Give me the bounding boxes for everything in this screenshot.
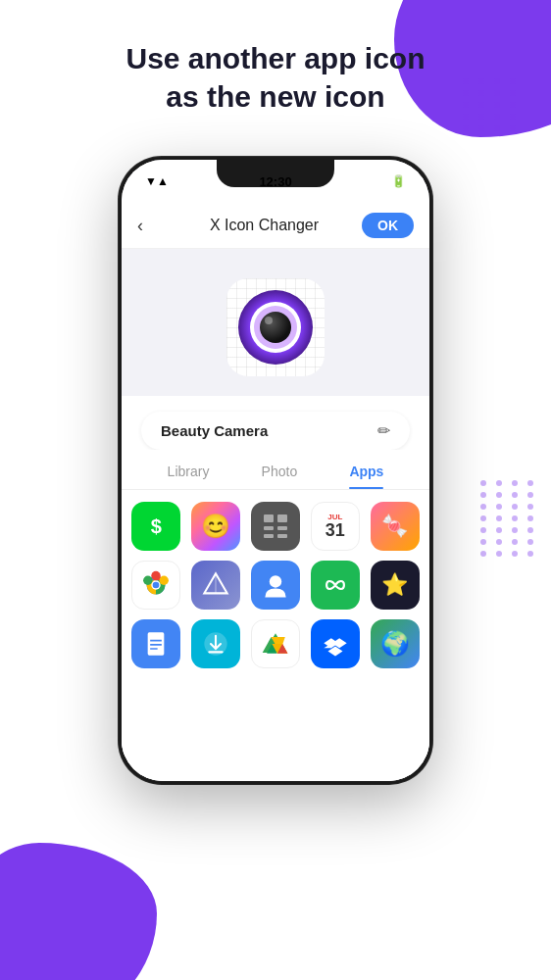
app-icon-dropbox xyxy=(311,619,360,668)
svg-rect-9 xyxy=(264,534,274,538)
list-item[interactable] xyxy=(251,561,301,610)
svg-point-14 xyxy=(152,571,161,580)
phone-mockup: ▼▲ 12:30 🔋 ‹ X Icon Changer OK xyxy=(119,157,432,784)
app-icon-prism xyxy=(191,561,240,610)
list-item[interactable]: 🌍 xyxy=(370,619,420,668)
battery-icon: 🔋 xyxy=(391,174,406,188)
list-item[interactable] xyxy=(251,619,301,668)
tabs-container: Library Photo Apps xyxy=(122,450,429,490)
svg-rect-10 xyxy=(277,534,287,538)
page-title: Use another app icon as the new icon xyxy=(39,39,512,116)
chrome-svg xyxy=(139,568,173,602)
app-icon-contacts xyxy=(251,561,300,610)
nav-title: X Icon Changer xyxy=(210,217,319,234)
drive-svg xyxy=(260,628,291,660)
downloader-svg xyxy=(201,629,230,659)
svg-point-3 xyxy=(260,312,291,343)
app-icon-docs xyxy=(131,619,180,668)
app-icon-candy: 🍬 xyxy=(371,502,420,551)
ok-button[interactable]: OK xyxy=(362,213,414,238)
icon-preview-box xyxy=(226,278,325,376)
svg-point-4 xyxy=(265,317,273,324)
app-icon-calendar: JUL 31 xyxy=(311,502,360,551)
edit-icon[interactable]: ✏ xyxy=(377,421,390,440)
svg-point-15 xyxy=(160,576,169,585)
svg-point-19 xyxy=(270,575,281,587)
app-icon-cashapp: $ xyxy=(131,502,180,551)
back-button[interactable]: ‹ xyxy=(137,216,167,236)
list-item[interactable]: $ xyxy=(131,502,181,551)
app-icon-bitmoji: 😊 xyxy=(191,502,240,551)
list-item[interactable]: ⭐ xyxy=(370,561,420,610)
svg-point-16 xyxy=(143,576,152,585)
app-icon-calc xyxy=(251,502,300,551)
tab-photo[interactable]: Photo xyxy=(262,464,298,489)
list-item[interactable] xyxy=(191,619,241,668)
status-time: 12:30 xyxy=(259,174,291,189)
tab-apps[interactable]: Apps xyxy=(349,464,383,489)
list-item[interactable] xyxy=(131,561,181,610)
beauty-camera-icon xyxy=(236,288,315,367)
contacts-svg xyxy=(260,569,291,601)
list-item[interactable] xyxy=(310,619,360,668)
app-icon-downloader xyxy=(191,619,240,668)
anagram-svg xyxy=(320,569,351,601)
svg-rect-7 xyxy=(264,526,274,530)
list-item[interactable] xyxy=(131,619,181,668)
list-item[interactable]: JUL 31 xyxy=(310,502,360,551)
tab-library[interactable]: Library xyxy=(168,464,210,489)
calc-svg xyxy=(258,509,293,544)
list-item[interactable]: 😊 xyxy=(191,502,241,551)
svg-point-13 xyxy=(153,582,160,589)
right-side-dots xyxy=(480,480,539,598)
app-name-text: Beauty Camera xyxy=(161,422,268,439)
bg-blob-bottom-left xyxy=(0,843,157,980)
dropbox-svg xyxy=(321,629,350,659)
app-name-bar: Beauty Camera ✏ xyxy=(141,412,410,450)
svg-rect-8 xyxy=(277,526,287,530)
svg-rect-6 xyxy=(277,514,287,522)
status-bar: ▼▲ 12:30 🔋 xyxy=(122,160,429,203)
list-item[interactable] xyxy=(191,561,241,610)
app-content: ‹ X Icon Changer OK xyxy=(122,203,429,781)
app-icon-star: ⭐ xyxy=(371,561,420,610)
phone-screen: ▼▲ 12:30 🔋 ‹ X Icon Changer OK xyxy=(122,160,429,781)
list-item[interactable] xyxy=(310,561,360,610)
app-icon-anagram xyxy=(311,561,360,610)
status-left: ▼▲ xyxy=(145,174,169,188)
svg-rect-5 xyxy=(264,514,274,522)
apps-grid: $ 😊 xyxy=(122,490,429,781)
wifi-icon: ▼▲ xyxy=(145,174,169,188)
phone-frame: ▼▲ 12:30 🔋 ‹ X Icon Changer OK xyxy=(119,157,432,784)
prism-svg xyxy=(201,570,230,600)
list-item[interactable]: 🍬 xyxy=(370,502,420,551)
list-item[interactable] xyxy=(251,502,301,551)
app-icon-chrome xyxy=(131,561,180,610)
docs-svg xyxy=(141,629,171,659)
icon-preview-area xyxy=(122,249,429,396)
page-header: Use another app icon as the new icon xyxy=(0,39,551,116)
app-icon-maps: 🌍 xyxy=(371,619,420,668)
nav-bar: ‹ X Icon Changer OK xyxy=(122,203,429,249)
app-icon-drive xyxy=(251,619,300,668)
